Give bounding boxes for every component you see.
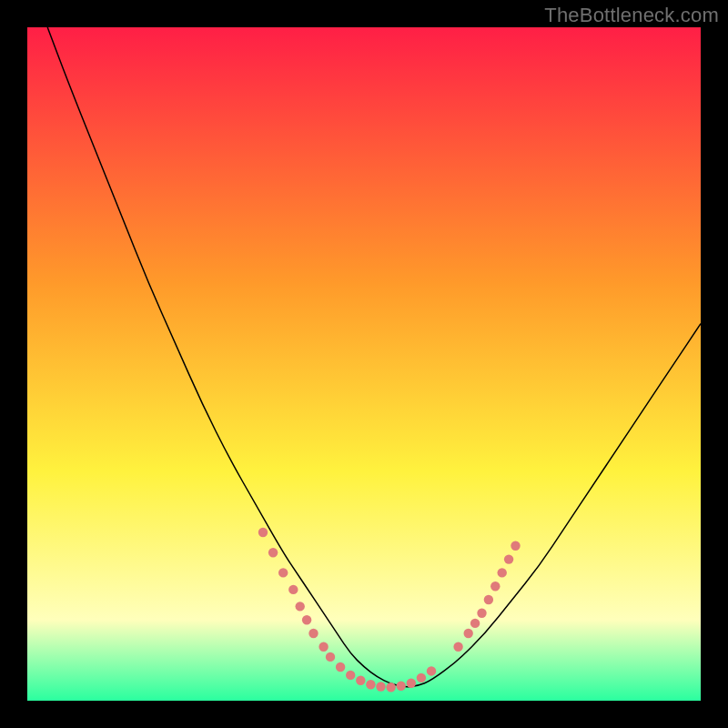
- marker-dot: [346, 671, 355, 680]
- marker-dot: [278, 568, 288, 577]
- marker-dot: [386, 682, 395, 692]
- chart-frame: [27, 27, 701, 701]
- bottleneck-chart: [27, 27, 701, 701]
- watermark-label: TheBottleneck.com: [544, 4, 719, 27]
- marker-dot: [326, 652, 335, 662]
- marker-dot: [397, 682, 406, 691]
- marker-dot: [504, 554, 513, 563]
- marker-dot: [464, 629, 473, 638]
- gradient-background: [27, 27, 701, 701]
- marker-dot: [498, 568, 507, 577]
- marker-dot: [336, 662, 345, 672]
- marker-dot: [376, 682, 385, 691]
- marker-dot: [511, 541, 520, 551]
- marker-dot: [417, 673, 426, 682]
- marker-dot: [477, 609, 486, 618]
- marker-dot: [490, 581, 500, 591]
- marker-dot: [484, 595, 493, 604]
- marker-dot: [453, 642, 462, 652]
- marker-dot: [366, 680, 375, 689]
- marker-dot: [296, 602, 305, 611]
- marker-dot: [470, 619, 480, 628]
- marker-dot: [427, 666, 436, 675]
- marker-dot: [302, 615, 311, 624]
- marker-dot: [407, 679, 416, 688]
- marker-dot: [356, 676, 365, 685]
- marker-dot: [268, 548, 278, 557]
- marker-dot: [318, 642, 328, 652]
- marker-dot: [288, 585, 298, 594]
- marker-dot: [308, 629, 318, 638]
- marker-dot: [258, 528, 268, 537]
